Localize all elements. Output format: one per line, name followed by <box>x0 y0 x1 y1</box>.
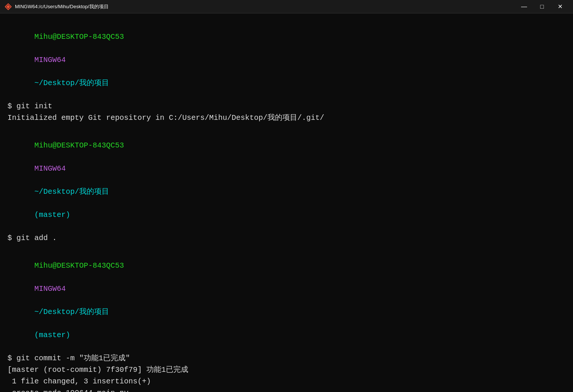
titlebar: MINGW64:/c/Users/Mihu/Desktop/我的项目 — □ ✕ <box>0 0 573 13</box>
terminal-body[interactable]: Mihu@DESKTOP-843QC53 MINGW64 ~/Desktop/我… <box>0 13 573 392</box>
app-icon <box>4 3 12 10</box>
output-files-changed: 1 file changed, 3 insertions(+) <box>7 376 566 387</box>
prompt-user-1: Mihu@DESKTOP-843QC53 <box>34 32 124 41</box>
command-line-3: $ git commit -m "功能1已完成" <box>7 352 566 364</box>
output-line-1: Initialized empty Git repository in C:/U… <box>7 112 566 124</box>
close-button[interactable]: ✕ <box>551 0 569 13</box>
prompt-path-1: ~/Desktop/我的项目 <box>34 79 109 87</box>
window-controls: — □ ✕ <box>515 0 569 13</box>
command-line-1: $ git init <box>7 100 566 112</box>
terminal-window: MINGW64:/c/Users/Mihu/Desktop/我的项目 — □ ✕… <box>0 0 573 392</box>
minimize-button[interactable]: — <box>515 0 533 13</box>
prompt-line-1: Mihu@DESKTOP-843QC53 MINGW64 ~/Desktop/我… <box>7 19 566 100</box>
window-title: MINGW64:/c/Users/Mihu/Desktop/我的项目 <box>15 3 515 10</box>
command-line-2: $ git add . <box>7 232 566 244</box>
spacer-2 <box>7 244 566 248</box>
spacer-1 <box>7 124 566 128</box>
prompt-line-2: Mihu@DESKTOP-843QC53 MINGW64 ~/Desktop/我… <box>7 128 566 232</box>
output-create-mode: create mode 100644 main.py <box>7 387 566 392</box>
output-commit-result: [master (root-commit) 7f30f79] 功能1已完成 <box>7 364 566 376</box>
prompt-app-1: MINGW64 <box>34 56 66 64</box>
maximize-button[interactable]: □ <box>533 0 551 13</box>
prompt-line-3: Mihu@DESKTOP-843QC53 MINGW64 ~/Desktop/我… <box>7 248 566 352</box>
